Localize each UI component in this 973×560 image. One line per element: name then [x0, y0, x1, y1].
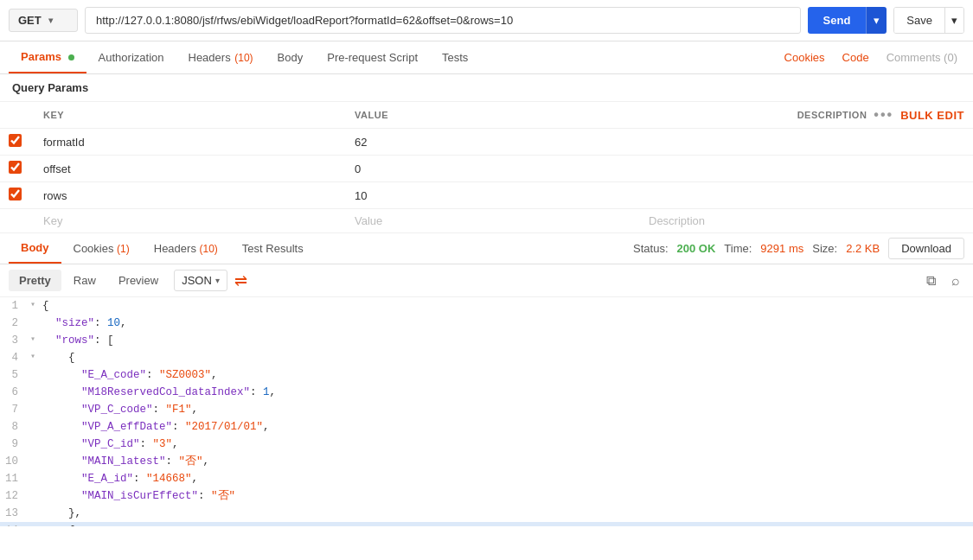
top-bar: GET ▾ Send ▾ Save ▾: [0, 0, 973, 41]
line-number: 7: [0, 401, 30, 418]
line-toggle: [30, 418, 42, 419]
tab-body-label: Body: [278, 51, 304, 64]
tab-cookies-right[interactable]: Cookies: [778, 42, 832, 73]
line-content: "M18ReservedCol_dataIndex": 1,: [42, 384, 973, 401]
json-viewer[interactable]: 1▾{2 "size": 10,3▾ "rows": [4▾ {5 "E_A_c…: [0, 297, 973, 526]
line-number: 8: [0, 418, 30, 436]
line-toggle[interactable]: ▾: [30, 332, 42, 347]
table-row: rows 10: [0, 182, 973, 209]
tab-pre-request-label: Pre-request Script: [327, 51, 418, 64]
line-toggle: [30, 384, 42, 385]
json-subtab-pretty[interactable]: Pretty: [9, 270, 61, 291]
placeholder-checkbox-cell: [0, 209, 35, 233]
placeholder-key[interactable]: Key: [35, 209, 346, 233]
col-value-label: VALUE: [355, 110, 388, 120]
json-line: 10 "MAIN_latest": "否",: [0, 453, 973, 470]
tab-body[interactable]: Body: [266, 42, 316, 73]
json-line: 13 },: [0, 505, 973, 522]
code-label: Code: [842, 51, 869, 64]
row-value: 10: [346, 182, 640, 209]
line-number: 2: [0, 315, 30, 332]
method-select[interactable]: GET ▾: [9, 9, 78, 32]
bottom-tab-body[interactable]: Body: [9, 233, 61, 264]
line-number: 13: [0, 505, 30, 522]
time-value: 9291 ms: [760, 242, 803, 255]
line-content: "MAIN_isCurEffect": "否": [42, 487, 973, 505]
row-checkbox-cell[interactable]: [0, 182, 35, 209]
save-arrow-button[interactable]: ▾: [944, 8, 963, 33]
line-toggle: [30, 487, 42, 488]
row-checkbox-cell[interactable]: [0, 129, 35, 156]
tab-code[interactable]: Code: [835, 42, 876, 73]
row-value: 62: [346, 129, 640, 156]
line-toggle[interactable]: ▾: [30, 297, 42, 312]
download-button[interactable]: Download: [888, 238, 964, 259]
line-toggle[interactable]: ▾: [30, 522, 42, 526]
col-key: KEY: [35, 102, 346, 129]
row-checkbox[interactable]: [9, 188, 22, 200]
status-label: Status:: [633, 242, 668, 255]
row-checkbox[interactable]: [9, 161, 22, 174]
query-params-section: Query Params KEY VALUE DESCRIPTION ••• B…: [0, 74, 973, 233]
url-input[interactable]: [85, 7, 801, 34]
json-line: 1▾{: [0, 297, 973, 315]
line-number: 6: [0, 384, 30, 401]
send-button[interactable]: Send: [808, 7, 867, 34]
cookies-right-label: Cookies: [784, 51, 825, 64]
row-checkbox[interactable]: [9, 134, 22, 147]
json-line: 11 "E_A_id": "14668",: [0, 470, 973, 487]
tab-authorization[interactable]: Authorization: [86, 42, 176, 73]
json-line: 4▾ {: [0, 349, 973, 366]
copy-icon[interactable]: ⧉: [922, 270, 940, 291]
bottom-tab-test-results[interactable]: Test Results: [230, 234, 316, 263]
row-key: formatId: [35, 129, 346, 156]
comments-label: Comments (0): [887, 51, 957, 64]
more-icon[interactable]: •••: [874, 107, 893, 123]
bottom-tabs-row: Body Cookies (1) Headers (10) Test Resul…: [0, 233, 973, 264]
row-key: offset: [35, 156, 346, 182]
method-label: GET: [18, 14, 42, 27]
tab-tests[interactable]: Tests: [430, 42, 480, 73]
json-subtab-preview[interactable]: Preview: [108, 270, 169, 291]
search-icon[interactable]: ⌕: [947, 270, 964, 291]
size-label: Size:: [812, 242, 837, 255]
status-value: 200 OK: [677, 242, 716, 255]
save-button[interactable]: Save: [894, 8, 944, 33]
col-checkbox: [0, 102, 35, 129]
line-toggle: [30, 436, 42, 436]
row-description: [640, 182, 973, 209]
json-wrap-icon[interactable]: ⇌: [234, 271, 247, 290]
line-content: "MAIN_latest": "否",: [42, 453, 973, 470]
bottom-tab-headers[interactable]: Headers (10): [142, 234, 230, 263]
line-content: {: [42, 349, 973, 366]
tab-comments[interactable]: Comments (0): [880, 42, 964, 73]
line-number: 10: [0, 453, 30, 470]
bottom-tab-cookies[interactable]: Cookies (1): [61, 234, 142, 263]
tab-headers[interactable]: Headers (10): [176, 42, 266, 73]
json-format-select[interactable]: JSON ▾: [174, 270, 227, 291]
row-description: [640, 129, 973, 156]
json-line: 9 "VP_C_id": "3",: [0, 436, 973, 453]
line-number: 9: [0, 436, 30, 453]
row-checkbox-cell[interactable]: [0, 156, 35, 182]
line-content: "VP_C_code": "F1",: [42, 401, 973, 418]
line-content: "E_A_code": "SZ0003",: [42, 366, 973, 384]
tabs-row: Params Authorization Headers (10) Body P…: [0, 41, 973, 74]
line-content: "VP_A_effDate": "2017/01/01",: [42, 418, 973, 436]
status-bar: Status: 200 OK Time: 9291 ms Size: 2.2 K…: [633, 238, 964, 259]
bottom-tab-cookies-badge: (1): [117, 243, 130, 255]
tab-pre-request[interactable]: Pre-request Script: [315, 42, 430, 73]
line-toggle[interactable]: ▾: [30, 349, 42, 364]
json-subtab-preview-label: Preview: [118, 274, 158, 287]
bulk-edit-button[interactable]: Bulk Edit: [900, 109, 964, 122]
send-arrow-button[interactable]: ▾: [866, 7, 887, 34]
tab-params[interactable]: Params: [9, 41, 86, 73]
table-row: offset 0: [0, 156, 973, 182]
line-number: 12: [0, 487, 30, 505]
placeholder-value[interactable]: Value: [346, 209, 640, 233]
json-line: 12 "MAIN_isCurEffect": "否": [0, 487, 973, 505]
json-format-chevron-icon: ▾: [215, 276, 220, 285]
line-number: 3: [0, 332, 30, 349]
json-subtab-raw[interactable]: Raw: [63, 270, 106, 291]
placeholder-description[interactable]: Description: [640, 209, 973, 233]
